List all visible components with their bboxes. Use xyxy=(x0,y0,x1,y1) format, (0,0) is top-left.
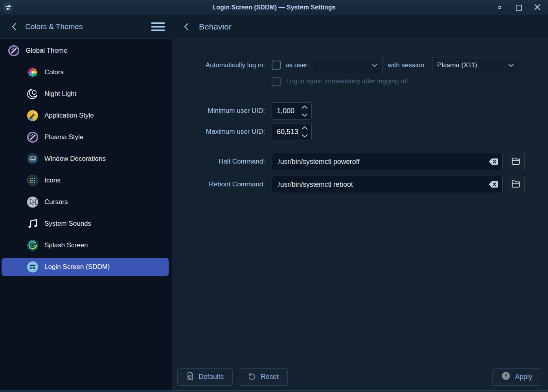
page-title: Behavior xyxy=(199,22,232,31)
window-decorations-icon xyxy=(27,153,39,165)
reset-button[interactable]: Reset xyxy=(239,368,288,386)
reboot-command-input[interactable] xyxy=(272,180,488,189)
window-title: Login Screen (SDDM) — System Settings xyxy=(0,4,548,11)
global-theme-icon xyxy=(8,45,20,57)
back-icon[interactable] xyxy=(182,22,191,31)
sidebar-header: Colors & Themes xyxy=(0,15,172,39)
sidebar-item-label: Window Decorations xyxy=(44,155,106,163)
min-uid-label: Minimum user UID: xyxy=(172,107,265,115)
sidebar-item-global-theme[interactable]: Global Theme xyxy=(2,42,169,60)
sidebar-item-night-light[interactable]: Night Light xyxy=(2,85,169,103)
reboot-command-label: Reboot Command: xyxy=(172,180,265,188)
halt-command-field[interactable] xyxy=(272,153,503,170)
reset-button-label: Reset xyxy=(261,373,279,381)
spin-up-icon[interactable] xyxy=(301,103,308,110)
max-uid-label: Maximum user UID: xyxy=(172,128,265,136)
session-combobox[interactable]: Plasma (X11) xyxy=(432,57,519,73)
cursors-icon xyxy=(27,196,39,208)
footer-bar: Defaults Reset Apply xyxy=(173,363,548,390)
settings-sliders-icon xyxy=(3,2,13,13)
sidebar-item-label: Plasma Style xyxy=(44,133,83,141)
sidebar-item-label: Icons xyxy=(44,177,61,184)
max-uid-spinbox[interactable]: 60,513 xyxy=(272,123,312,140)
window-bottom-border xyxy=(0,390,548,392)
sidebar-item-window-decorations[interactable]: Window Decorations xyxy=(2,150,169,168)
browse-reboot-button[interactable] xyxy=(507,176,525,193)
halt-command-label: Halt Command: xyxy=(172,158,265,166)
chevron-down-icon xyxy=(371,61,378,69)
splash-screen-icon xyxy=(27,239,39,251)
sidebar-item-label: System Sounds xyxy=(44,220,91,228)
as-user-label: as user: xyxy=(285,61,309,69)
hamburger-menu-icon[interactable] xyxy=(151,22,165,32)
colors-icon xyxy=(27,66,39,78)
max-uid-value: 60,513 xyxy=(272,128,300,136)
sidebar-item-login-screen-sddm[interactable]: Login Screen (SDDM) xyxy=(2,258,169,276)
spin-down-icon[interactable] xyxy=(301,111,308,118)
defaults-icon xyxy=(186,372,194,382)
apply-check-icon xyxy=(501,371,511,383)
folder-icon xyxy=(511,156,520,167)
icons-icon xyxy=(27,175,39,186)
sidebar-item-system-sounds[interactable]: System Sounds xyxy=(2,215,169,233)
header-band: Colors & Themes Behavior xyxy=(0,15,548,39)
application-style-icon xyxy=(27,110,39,121)
browse-halt-button[interactable] xyxy=(507,153,525,170)
sidebar-item-icons[interactable]: Icons xyxy=(2,171,169,190)
min-uid-spinbox[interactable]: 1,000 xyxy=(272,102,312,120)
defaults-button[interactable]: Defaults xyxy=(177,368,233,386)
sidebar-item-label: Application Style xyxy=(44,112,94,120)
sidebar: Global Theme Colors Night Light Applicat… xyxy=(0,39,172,391)
close-icon xyxy=(534,4,541,11)
login-screen-icon xyxy=(27,261,39,273)
undo-icon xyxy=(248,372,256,382)
night-light-icon xyxy=(27,88,39,100)
autologin-user-combobox[interactable] xyxy=(313,57,383,73)
sidebar-item-application-style[interactable]: Application Style xyxy=(2,107,169,125)
minimize-button[interactable] xyxy=(495,3,504,12)
folder-icon xyxy=(511,179,520,190)
sidebar-item-label: Login Screen (SDDM) xyxy=(44,263,110,271)
defaults-button-label: Defaults xyxy=(199,373,224,381)
session-value: Plasma (X11) xyxy=(437,61,508,69)
reboot-command-field[interactable] xyxy=(272,176,503,193)
spin-down-icon[interactable] xyxy=(301,132,308,139)
relogin-label: Log in again immediately after logging o… xyxy=(286,77,408,85)
maximize-button[interactable] xyxy=(514,3,523,12)
sidebar-item-label: Night Light xyxy=(44,90,76,98)
relogin-checkbox xyxy=(272,77,281,86)
sidebar-item-splash-screen[interactable]: Splash Screen xyxy=(2,236,169,254)
chevron-down-icon xyxy=(508,61,514,69)
sidebar-item-cursors[interactable]: Cursors xyxy=(2,193,169,211)
plasma-style-icon xyxy=(27,131,39,143)
sidebar-item-plasma-style[interactable]: Plasma Style xyxy=(2,128,169,146)
behavior-page: Automatically log in: as user: with sess… xyxy=(172,39,548,391)
main-header: Behavior xyxy=(172,15,548,39)
autologin-label: Automatically log in: xyxy=(172,61,265,69)
sidebar-item-label: Splash Screen xyxy=(44,241,88,249)
sidebar-item-label: Colors xyxy=(44,68,64,76)
titlebar[interactable]: Login Screen (SDDM) — System Settings xyxy=(0,0,548,15)
sidebar-header-title: Colors & Themes xyxy=(25,22,83,31)
sidebar-item-label: Global Theme xyxy=(26,47,67,55)
clear-text-icon[interactable] xyxy=(488,180,498,188)
clear-text-icon[interactable] xyxy=(488,158,498,166)
sidebar-item-colors[interactable]: Colors xyxy=(2,63,169,81)
apply-button-label: Apply xyxy=(515,373,532,381)
apply-button[interactable]: Apply xyxy=(492,368,541,386)
back-icon[interactable] xyxy=(10,22,19,31)
spin-up-icon[interactable] xyxy=(301,124,308,131)
close-button[interactable] xyxy=(533,3,542,12)
minimize-icon xyxy=(498,6,501,9)
min-uid-value: 1,000 xyxy=(272,107,300,115)
sidebar-item-label: Cursors xyxy=(44,198,68,206)
with-session-label: with session xyxy=(388,61,424,69)
maximize-icon xyxy=(516,5,522,11)
autologin-checkbox[interactable] xyxy=(272,61,281,70)
halt-command-input[interactable] xyxy=(272,158,488,166)
system-sounds-icon xyxy=(27,218,39,230)
